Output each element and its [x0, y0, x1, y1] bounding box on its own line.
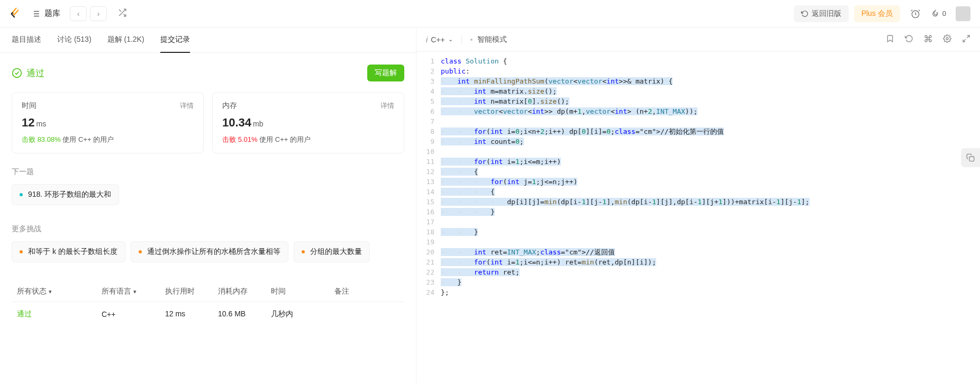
- code-line: 6· · vector<vector<int>> dp(m+1,vector<i…: [416, 106, 980, 116]
- editor-toolbar: i C++ ⌄ • 智能模式: [416, 28, 980, 52]
- row-memory: 10.6 MB: [213, 309, 266, 319]
- next-problem-label: 918. 环形子数组的最大和: [28, 190, 111, 199]
- difficulty-dot-icon: [20, 193, 23, 196]
- difficulty-dot-icon: [139, 250, 142, 253]
- language-label: C++: [431, 35, 444, 44]
- row-runtime: 12 ms: [160, 309, 213, 319]
- memory-suffix: 使用 C++ 的用户: [259, 135, 311, 143]
- language-selector[interactable]: C++ ⌄: [431, 35, 452, 44]
- command-icon[interactable]: [924, 34, 932, 44]
- code-line: 22· · return ret;: [416, 267, 980, 277]
- code-line: 21· · for(int i=1;i<=n;i++) ret=min(ret,…: [416, 257, 980, 267]
- tab-submissions[interactable]: 提交记录: [160, 28, 190, 53]
- time-card: 时间 详情 12ms 击败 83.08% 使用 C++ 的用户: [12, 92, 204, 153]
- next-problem-button[interactable]: ›: [90, 6, 107, 21]
- time-suffix: 使用 C++ 的用户: [62, 135, 114, 143]
- reset-icon[interactable]: [905, 34, 913, 44]
- prev-problem-button[interactable]: ‹: [70, 6, 87, 21]
- svg-point-11: [946, 38, 948, 40]
- code-line: 8· · for(int i=0;i<n+2;i++) dp[0][i]=0;c…: [416, 126, 980, 136]
- code-editor[interactable]: 1class Solution {2public:3· int minFalli…: [416, 52, 980, 383]
- col-memory-header: 消耗内存: [213, 287, 266, 296]
- memory-detail[interactable]: 详情: [380, 101, 394, 111]
- problems-label[interactable]: 题库: [44, 8, 60, 19]
- next-problem-chip[interactable]: 918. 环形子数组的最大和: [12, 184, 119, 205]
- bookmark-icon[interactable]: [886, 34, 894, 44]
- memory-card: 内存 详情 10.34mb 击败 5.01% 使用 C++ 的用户: [212, 92, 404, 153]
- avatar[interactable]: [956, 6, 970, 21]
- info-icon: i: [426, 35, 428, 44]
- col-runtime-header: 执行用时: [160, 287, 213, 296]
- list-icon[interactable]: [31, 9, 40, 19]
- next-title: 下一题: [12, 167, 404, 177]
- more-title: 更多挑战: [12, 224, 404, 234]
- code-line: 7: [416, 116, 980, 126]
- time-detail[interactable]: 详情: [180, 101, 194, 111]
- challenge-chip[interactable]: 和等于 k 的最长子数组长度: [12, 241, 125, 262]
- tab-discuss[interactable]: 讨论 (513): [57, 28, 92, 53]
- fire-icon[interactable]: 0: [931, 8, 946, 20]
- tabs: 题目描述 讨论 (513) 题解 (1.2K) 提交记录: [0, 28, 416, 53]
- write-solution-button[interactable]: 写题解: [367, 65, 404, 81]
- code-line: 15· · · · dp[i][j]=min(dp[i-1][j-1],min(…: [416, 197, 980, 207]
- code-line: 14· · · {: [416, 187, 980, 197]
- status-pass: 通过: [12, 67, 44, 79]
- row-note: [329, 309, 404, 319]
- code-line: 11· · for(int i=1;i<=m;i++): [416, 157, 980, 167]
- fire-count: 0: [942, 10, 946, 17]
- code-line: 1class Solution {: [416, 56, 980, 66]
- challenge-label: 通过倒水操作让所有的水桶所含水量相等: [147, 247, 280, 257]
- right-pane: i C++ ⌄ • 智能模式 1class Solution {2public:…: [416, 28, 980, 383]
- shuffle-icon[interactable]: [117, 8, 127, 20]
- svg-line-12: [967, 35, 969, 38]
- row-time: 几秒内: [266, 309, 329, 319]
- old-version-label: 返回旧版: [812, 9, 841, 19]
- memory-value: 10.34: [222, 116, 251, 129]
- old-version-button[interactable]: 返回旧版: [794, 5, 849, 22]
- difficulty-dot-icon: [302, 250, 305, 253]
- plus-button[interactable]: Plus 会员: [854, 5, 900, 22]
- table-row[interactable]: 通过 C++ 12 ms 10.6 MB 几秒内: [12, 302, 404, 326]
- memory-unit: mb: [253, 120, 263, 128]
- svg-line-8: [119, 10, 121, 12]
- code-line: 3· int minFallingPathSum(vector<vector<i…: [416, 76, 980, 86]
- challenge-chip[interactable]: 通过倒水操作让所有的水桶所含水量相等: [131, 241, 288, 262]
- tab-solutions[interactable]: 题解 (1.2K): [107, 28, 144, 53]
- time-pct: 83.08%: [38, 135, 61, 143]
- timer-icon[interactable]: [910, 8, 921, 20]
- svg-line-13: [963, 39, 966, 42]
- code-line: 23· }: [416, 277, 980, 287]
- divider: [461, 35, 462, 44]
- code-line: 18· · }: [416, 227, 980, 237]
- challenge-label: 和等于 k 的最长子数组长度: [28, 247, 117, 257]
- dot-icon: •: [470, 35, 473, 44]
- settings-icon[interactable]: [943, 34, 951, 44]
- row-status: 通过: [12, 309, 96, 319]
- status-text: 通过: [26, 67, 44, 79]
- code-line: 12· · {: [416, 167, 980, 177]
- logo-icon[interactable]: [10, 7, 21, 21]
- code-line: 5· · int n=matrix[0].size();: [416, 96, 980, 106]
- col-time-header: 时间: [266, 287, 329, 296]
- tab-description[interactable]: 题目描述: [12, 28, 41, 53]
- col-lang-header[interactable]: 所有语言 ▾: [96, 287, 160, 296]
- code-line: 10: [416, 147, 980, 157]
- code-line: 19: [416, 237, 980, 247]
- challenge-chip[interactable]: 分组的最大数量: [294, 241, 370, 262]
- smart-mode[interactable]: 智能模式: [477, 35, 507, 44]
- copy-icon[interactable]: [961, 148, 980, 167]
- difficulty-dot-icon: [20, 250, 23, 253]
- time-label: 时间: [22, 101, 37, 111]
- col-note-header: 备注: [329, 287, 404, 296]
- code-line: 24};: [416, 287, 980, 297]
- code-line: 4· · int m=matrix.size();: [416, 86, 980, 96]
- col-status-header[interactable]: 所有状态 ▾: [12, 287, 96, 296]
- svg-rect-14: [969, 157, 974, 161]
- memory-label: 内存: [222, 101, 237, 111]
- row-lang: C++: [96, 309, 160, 319]
- code-line: 16· · · }: [416, 207, 980, 217]
- code-line: 20· · int ret=INT_MAX;class="cm">//返回值: [416, 247, 980, 257]
- fullscreen-icon[interactable]: [962, 34, 970, 44]
- svg-point-10: [13, 69, 22, 78]
- time-beat-prefix: 击败: [22, 135, 35, 143]
